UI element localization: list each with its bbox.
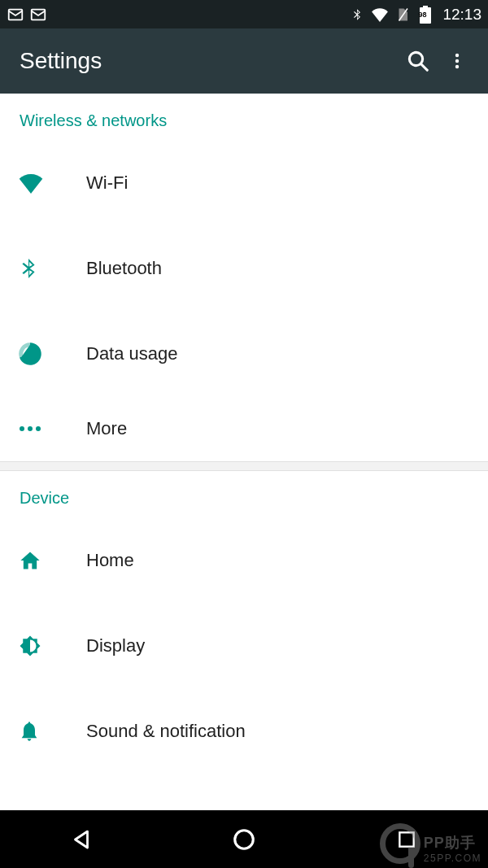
overflow-menu-button[interactable] — [438, 41, 477, 81]
watermark-logo-icon — [380, 823, 420, 864]
display-icon — [18, 634, 42, 658]
settings-item-label: Wi-Fi — [86, 172, 128, 194]
watermark-text-2: 25PP.COM — [424, 853, 481, 864]
settings-item-label: Display — [86, 635, 145, 656]
svg-point-7 — [455, 54, 459, 57]
section-header-wireless: Wireless & networks — [0, 94, 488, 140]
section-divider — [0, 461, 488, 471]
mail-icon — [29, 6, 47, 24]
back-icon — [69, 827, 94, 852]
bluetooth-status-icon — [348, 6, 366, 24]
settings-item-label: Sound & notification — [86, 721, 246, 742]
battery-status-icon: 98 — [416, 6, 434, 24]
settings-item-label: Bluetooth — [86, 258, 162, 279]
status-left — [7, 6, 47, 24]
home-icon — [18, 549, 42, 572]
bluetooth-icon — [18, 255, 39, 282]
settings-item-sound[interactable]: Sound & notification — [0, 688, 488, 774]
sim-status-icon — [394, 6, 412, 24]
svg-point-10 — [20, 426, 24, 431]
status-time: 12:13 — [442, 6, 481, 24]
watermark: PP助手 25PP.COM — [380, 823, 481, 864]
settings-item-more[interactable]: More — [0, 396, 488, 461]
svg-point-13 — [235, 830, 254, 848]
more-horizontal-icon — [18, 425, 42, 433]
svg-point-8 — [455, 59, 459, 63]
search-icon — [406, 49, 430, 73]
page-title: Settings — [20, 48, 399, 74]
more-vertical-icon — [447, 51, 467, 71]
back-button[interactable] — [33, 815, 130, 864]
settings-item-label: Home — [86, 550, 134, 571]
wifi-status-icon — [371, 6, 389, 24]
battery-level: 98 — [416, 11, 428, 19]
status-right: 98 12:13 — [348, 6, 481, 24]
settings-item-bluetooth[interactable]: Bluetooth — [0, 225, 488, 311]
status-bar: 98 12:13 — [0, 0, 488, 28]
sound-icon — [18, 719, 41, 744]
search-button[interactable] — [399, 41, 438, 81]
settings-item-label: Data usage — [86, 343, 178, 364]
data-usage-icon — [18, 342, 42, 366]
settings-item-home[interactable]: Home — [0, 517, 488, 603]
wifi-icon — [18, 172, 44, 194]
mail-icon — [7, 6, 24, 24]
settings-item-wifi[interactable]: Wi-Fi — [0, 140, 488, 225]
watermark-text-1: PP助手 — [424, 833, 476, 853]
svg-point-11 — [28, 426, 33, 431]
svg-point-9 — [455, 65, 459, 68]
svg-line-6 — [421, 64, 428, 71]
svg-point-12 — [36, 426, 41, 431]
app-bar: Settings — [0, 28, 488, 94]
settings-list: Wireless & networks Wi-Fi Bluetooth Data… — [0, 94, 488, 774]
home-nav-icon — [232, 827, 256, 852]
svg-rect-4 — [423, 6, 428, 8]
home-button[interactable] — [195, 815, 293, 864]
settings-item-label: More — [86, 418, 127, 439]
settings-item-data-usage[interactable]: Data usage — [0, 311, 488, 396]
section-header-device: Device — [0, 471, 488, 517]
settings-item-display[interactable]: Display — [0, 603, 488, 688]
